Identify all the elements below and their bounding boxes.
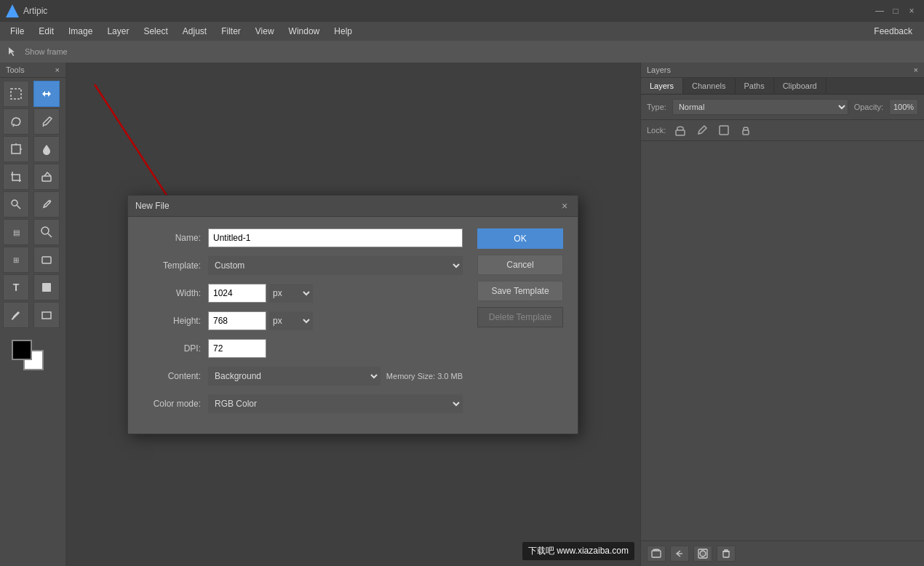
maximize-button[interactable]: □ [889, 4, 902, 17]
menu-layer[interactable]: Layer [100, 22, 136, 41]
color-mode-label: Color mode: [143, 399, 208, 409]
layers-add-group-btn[interactable] [647, 546, 666, 562]
content-select[interactable]: Background White Transparent [208, 367, 381, 386]
svg-rect-11 [42, 283, 51, 292]
svg-rect-5 [42, 176, 51, 181]
menu-bar: File Edit Image Layer Select Adjust Filt… [0, 22, 924, 41]
template-select[interactable]: Custom [208, 256, 463, 275]
menu-filter[interactable]: Filter [214, 22, 248, 41]
tool-lasso[interactable] [3, 108, 29, 135]
tool-move[interactable] [33, 81, 60, 107]
dpi-input[interactable] [208, 339, 266, 358]
dialog-title: New File [135, 201, 170, 211]
svg-line-1 [43, 125, 44, 127]
svg-rect-16 [676, 130, 685, 135]
height-unit-select[interactable]: px cm in [269, 311, 313, 330]
close-button[interactable]: × [905, 4, 918, 17]
lock-label: Lock: [647, 126, 666, 135]
tool-select[interactable] [3, 81, 29, 107]
menu-feedback[interactable]: Feedback [865, 22, 921, 41]
layers-delete-btn[interactable] [717, 546, 736, 562]
tool-pen[interactable] [3, 302, 29, 328]
svg-rect-18 [743, 130, 749, 135]
menu-image[interactable]: Image [61, 22, 100, 41]
layers-mask-btn[interactable] [693, 546, 712, 562]
save-template-button[interactable]: Save Template [477, 281, 563, 301]
show-frame-label: Show frame [25, 47, 68, 56]
svg-rect-0 [11, 89, 21, 99]
opacity-label: Opacity: [854, 103, 883, 111]
dialog-form: Name: Template: Custom Width: [143, 228, 463, 422]
foreground-color-swatch[interactable] [12, 340, 32, 360]
content-row: Content: Background White Transparent Me… [143, 367, 463, 386]
ok-button[interactable]: OK [477, 228, 563, 249]
menu-file[interactable]: File [3, 22, 31, 41]
tool-crop[interactable] [3, 164, 29, 190]
layers-back-btn[interactable] [670, 546, 689, 562]
menu-edit[interactable]: Edit [31, 22, 61, 41]
tools-title: Tools [6, 65, 25, 74]
tool-clone[interactable] [3, 191, 29, 218]
dialog-close-button[interactable]: × [559, 200, 570, 212]
toolbar: Show frame [0, 41, 924, 63]
width-row: Width: px cm in [143, 284, 463, 303]
layers-type-row: Type: Normal Multiply Screen Opacity: [641, 95, 924, 120]
tab-clipboard[interactable]: Clipboard [774, 78, 827, 94]
cancel-button[interactable]: Cancel [477, 255, 563, 275]
tool-gradient[interactable]: ▤ [3, 219, 29, 245]
menu-window[interactable]: Window [282, 22, 327, 41]
lock-all-icon[interactable] [738, 123, 753, 137]
lock-paint-icon[interactable] [695, 123, 709, 137]
width-unit-select[interactable]: px cm in [269, 284, 313, 303]
tool-shape[interactable] [33, 302, 60, 328]
svg-rect-13 [42, 312, 51, 319]
width-label: Width: [143, 288, 208, 298]
tool-magnify[interactable] [33, 219, 60, 245]
lock-transparency-icon[interactable] [673, 123, 688, 137]
type-select[interactable]: Normal Multiply Screen [672, 99, 848, 115]
menu-help[interactable]: Help [327, 22, 359, 41]
app-title: Artipic [23, 6, 873, 16]
width-input[interactable] [208, 284, 266, 303]
tab-channels[interactable]: Channels [683, 78, 735, 94]
tool-transform[interactable] [3, 136, 29, 162]
template-label: Template: [143, 260, 208, 271]
tool-fill[interactable] [33, 274, 60, 300]
tool-brush[interactable] [33, 108, 60, 135]
svg-line-12 [12, 319, 13, 319]
memory-size-label: Memory Size: 3.0 MB [386, 372, 463, 380]
svg-point-8 [41, 227, 49, 234]
menu-adjust[interactable]: Adjust [175, 22, 214, 41]
layers-close-btn[interactable]: × [914, 65, 918, 74]
tool-heal[interactable]: ⊞ [3, 247, 29, 273]
minimize-button[interactable]: — [873, 4, 886, 17]
name-label: Name: [143, 233, 208, 243]
type-label: Type: [647, 103, 666, 111]
tool-eyedrop[interactable] [33, 191, 60, 218]
tool-rect2[interactable] [33, 247, 60, 273]
color-swatches [6, 334, 60, 378]
tool-eraser[interactable] [33, 164, 60, 190]
svg-rect-10 [42, 257, 51, 263]
tab-paths[interactable]: Paths [736, 78, 774, 94]
lock-position-icon[interactable] [717, 123, 731, 137]
watermark: 下载吧 www.xiazaiba.com [522, 542, 634, 560]
content-label: Content: [143, 371, 208, 381]
svg-rect-2 [12, 145, 20, 154]
tool-text[interactable]: T [3, 274, 29, 300]
layers-lock-row: Lock: [641, 120, 924, 141]
color-mode-select[interactable]: RGB Color CMYK Grayscale [208, 394, 463, 413]
height-label: Height: [143, 316, 208, 326]
toolbar-cursor-icon[interactable] [6, 44, 20, 59]
height-input[interactable] [208, 311, 266, 330]
menu-view[interactable]: View [248, 22, 282, 41]
tab-layers[interactable]: Layers [641, 78, 683, 94]
svg-rect-19 [652, 551, 661, 557]
svg-point-6 [12, 200, 17, 206]
name-input[interactable] [208, 228, 463, 247]
opacity-input[interactable] [889, 99, 918, 115]
tool-droplet[interactable] [33, 136, 60, 162]
menu-select[interactable]: Select [136, 22, 175, 41]
tools-close-btn[interactable]: × [55, 65, 60, 74]
layers-tabs: Layers Channels Paths Clipboard [641, 78, 924, 95]
